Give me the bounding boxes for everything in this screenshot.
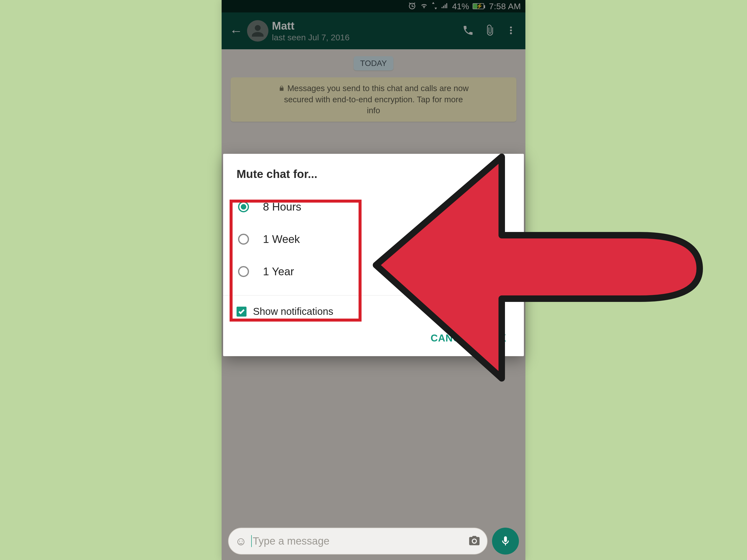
text-cursor xyxy=(251,535,252,547)
cancel-button[interactable]: CANCEL xyxy=(431,332,473,344)
option-label: 8 Hours xyxy=(263,201,301,213)
radio-unselected-icon xyxy=(238,266,249,277)
option-1-week[interactable]: 1 Week xyxy=(228,223,519,256)
call-button[interactable] xyxy=(458,20,478,41)
show-notifications-toggle[interactable]: Show notifications xyxy=(223,295,524,327)
wifi-icon xyxy=(420,2,428,10)
mute-options: 8 Hours 1 Week 1 Year xyxy=(223,188,524,295)
contact-last-seen: last seen Jul 7, 2016 xyxy=(272,33,456,42)
message-composer: ☺ Type a message xyxy=(222,522,525,560)
app-bar: ← Matt last seen Jul 7, 2016 xyxy=(222,12,525,49)
encryption-text-line3: info xyxy=(367,105,380,116)
more-options-button[interactable] xyxy=(502,20,520,41)
dialog-buttons: CANCEL OK xyxy=(223,327,524,356)
clock-time: 7:58 AM xyxy=(489,1,521,11)
voice-message-button[interactable] xyxy=(492,528,519,555)
back-button[interactable]: ← xyxy=(227,22,245,40)
data-arrows-icon xyxy=(432,2,437,10)
attachment-button[interactable] xyxy=(480,20,500,41)
emoji-icon[interactable]: ☺ xyxy=(235,534,247,548)
status-bar: 41% ⚡ 7:58 AM xyxy=(222,0,525,12)
option-label: 1 Week xyxy=(263,233,300,245)
contact-avatar[interactable] xyxy=(247,20,268,42)
svg-point-1 xyxy=(510,29,512,31)
option-label: 1 Year xyxy=(263,265,294,278)
checkbox-checked-icon xyxy=(236,306,247,317)
signal-icon xyxy=(441,2,449,10)
message-input[interactable]: ☺ Type a message xyxy=(228,528,488,555)
encryption-banner[interactable]: Messages you send to this chat and calls… xyxy=(231,77,516,122)
battery-percentage: 41% xyxy=(452,1,469,11)
svg-point-2 xyxy=(510,32,512,34)
camera-icon[interactable] xyxy=(468,534,481,548)
option-8-hours[interactable]: 8 Hours xyxy=(228,191,519,223)
show-notifications-label: Show notifications xyxy=(253,306,333,317)
radio-unselected-icon xyxy=(238,234,249,245)
encryption-text-line1: Messages you send to this chat and calls… xyxy=(287,83,469,94)
mute-dialog: Mute chat for... 8 Hours 1 Week 1 Year S… xyxy=(223,154,524,356)
encryption-text-line2: secured with end-to-end encryption. Tap … xyxy=(284,94,463,105)
svg-point-0 xyxy=(510,27,512,29)
option-1-year[interactable]: 1 Year xyxy=(228,256,519,288)
date-separator: TODAY xyxy=(354,56,393,71)
dialog-title: Mute chat for... xyxy=(223,154,524,188)
lock-icon xyxy=(278,85,285,91)
phone-frame: 41% ⚡ 7:58 AM ← Matt last seen Jul 7, 20… xyxy=(222,0,525,560)
contact-title-block[interactable]: Matt last seen Jul 7, 2016 xyxy=(272,20,456,42)
message-placeholder: Type a message xyxy=(251,535,464,547)
radio-selected-icon xyxy=(238,202,249,212)
battery-icon: ⚡ xyxy=(472,3,484,9)
ok-button[interactable]: OK xyxy=(491,332,507,344)
alarm-icon xyxy=(408,1,416,11)
contact-name: Matt xyxy=(272,20,456,32)
